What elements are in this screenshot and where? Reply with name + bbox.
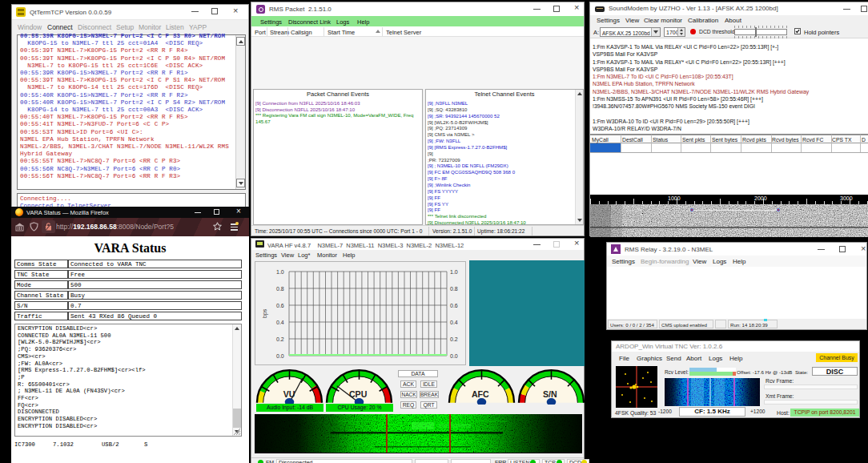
svg-text:0.2: 0.2 bbox=[276, 336, 284, 342]
svg-text:1.0: 1.0 bbox=[276, 269, 284, 275]
svg-text:bps: bps bbox=[262, 308, 268, 318]
svg-text:0.2: 0.2 bbox=[450, 336, 458, 342]
svg-text:0.4: 0.4 bbox=[450, 320, 458, 325]
svg-text:0.8: 0.8 bbox=[276, 286, 284, 292]
svg-text:AFC: AFC bbox=[472, 389, 489, 399]
svg-text:0.6: 0.6 bbox=[450, 303, 458, 308]
svg-text:0.4: 0.4 bbox=[276, 320, 284, 325]
svg-text:S/N: S/N bbox=[543, 389, 557, 399]
svg-text:0.0: 0.0 bbox=[276, 353, 284, 359]
svg-text:0.0: 0.0 bbox=[450, 353, 458, 359]
svg-text:0.6: 0.6 bbox=[276, 303, 284, 308]
svg-text:0.8: 0.8 bbox=[450, 286, 458, 292]
svg-text:1.0: 1.0 bbox=[450, 269, 458, 275]
